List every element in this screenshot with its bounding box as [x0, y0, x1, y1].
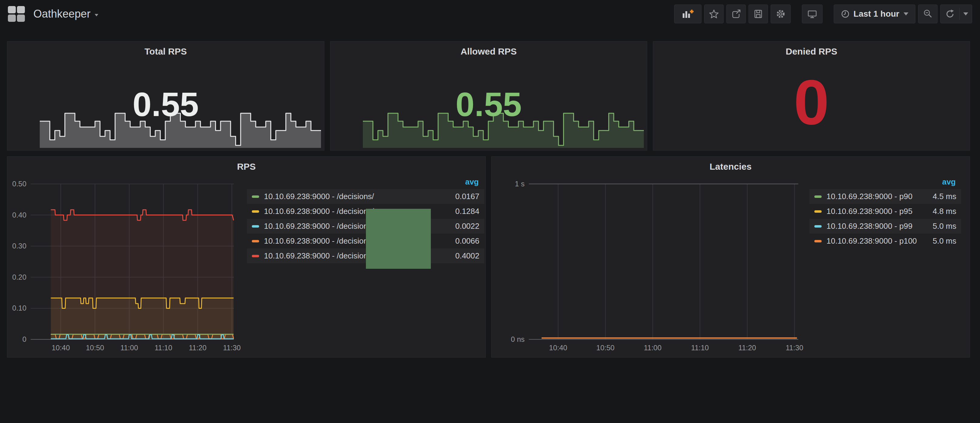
x-tick-label: 11:00: [111, 343, 148, 353]
y-tick-label: 1 s: [488, 179, 525, 189]
panel-latencies-graph: Latencies 10:4010:5011:0011:1011:2011:30…: [491, 156, 970, 358]
panel-title[interactable]: Denied RPS: [653, 46, 970, 57]
chevron-down-icon: [963, 13, 968, 16]
legend-row[interactable]: 10.10.69.238:9000 - p995.0 ms: [810, 219, 961, 234]
panel-title[interactable]: Latencies: [492, 162, 970, 172]
stat-value: 0.55: [331, 87, 647, 122]
clock-icon: [841, 10, 850, 19]
chevron-down-icon[interactable]: [95, 14, 98, 16]
x-tick-label: 10:40: [43, 343, 79, 353]
x-tick-label: 11:20: [729, 343, 765, 353]
zoom-out-icon: [923, 9, 933, 19]
x-tick-label: 11:30: [213, 343, 250, 353]
dashboard-title[interactable]: Oathkeeper: [33, 8, 91, 20]
legend-avg-value: 0.0022: [455, 222, 479, 231]
rps-legend: avg 10.10.69.238:9000 - /decisions/0.016…: [247, 177, 484, 263]
legend-avg-value: 0.1284: [455, 207, 479, 216]
series-color-swatch-icon[interactable]: [252, 225, 259, 228]
time-range-button[interactable]: Last 1 hour: [834, 5, 915, 23]
series-color-swatch-icon[interactable]: [815, 210, 822, 213]
panel-allowed-rps: Allowed RPS 0.55: [330, 41, 647, 151]
x-tick-label: 10:40: [540, 343, 576, 353]
stat-value: 0: [653, 71, 970, 134]
save-button[interactable]: [748, 5, 768, 23]
legend-series-name[interactable]: 10.10.69.238:9000 - p100: [826, 236, 927, 246]
share-button[interactable]: [726, 5, 746, 23]
legend-row[interactable]: 10.10.69.238:9000 - p904.5 ms: [810, 189, 961, 204]
x-tick-label: 11:00: [635, 343, 671, 353]
panel-title[interactable]: Allowed RPS: [331, 46, 647, 57]
x-tick-label: 11:10: [145, 343, 182, 353]
legend-avg-value: 0.0066: [455, 236, 479, 246]
latencies-legend: avg 10.10.69.238:9000 - p904.5 ms10.10.6…: [810, 177, 961, 249]
navbar-left: Oathkeeper: [8, 6, 98, 22]
navbar-right: Last 1 hour: [671, 5, 972, 23]
y-tick-label: 0.10: [0, 303, 26, 313]
series-color-swatch-icon[interactable]: [815, 225, 822, 228]
legend-rows: 10.10.69.238:9000 - /decisions/0.016710.…: [247, 189, 484, 263]
color-picker-overlay: [366, 209, 431, 269]
series-color-swatch-icon[interactable]: [815, 240, 822, 242]
refresh-icon-zone[interactable]: [940, 9, 959, 19]
add-panel-button[interactable]: [674, 5, 702, 23]
legend-row[interactable]: 10.10.69.238:9000 - /decisions/0.1284: [247, 204, 484, 219]
x-tick-label: 11:10: [682, 343, 718, 353]
refresh-interval-dropdown[interactable]: [960, 5, 972, 23]
legend-row[interactable]: 10.10.69.238:9000 - p954.8 ms: [810, 204, 961, 219]
legend-avg-value: 4.8 ms: [933, 207, 956, 216]
x-tick-label: 10:50: [77, 343, 113, 353]
series-color-swatch-icon[interactable]: [252, 195, 259, 198]
y-tick-label: 0.30: [0, 241, 26, 251]
series-color-swatch-icon[interactable]: [252, 210, 259, 213]
y-tick-label: 0.40: [0, 210, 26, 220]
y-tick-label: 0.20: [0, 272, 26, 282]
add-panel-icon: [681, 8, 694, 19]
legend-avg-header[interactable]: avg: [247, 177, 484, 189]
legend-avg-value: 0.4002: [455, 251, 479, 261]
time-range-label: Last 1 hour: [853, 9, 899, 19]
panel-denied-rps: Denied RPS 0: [653, 41, 970, 151]
legend-row[interactable]: 10.10.69.238:9000 - /decisions/0.4002: [247, 249, 484, 263]
y-tick-label: 0: [0, 334, 26, 344]
legend-row[interactable]: 10.10.69.238:9000 - /decisions/0.0022: [247, 219, 484, 234]
chevron-down-icon: [904, 13, 908, 16]
legend-row[interactable]: 10.10.69.238:9000 - p1005.0 ms: [810, 234, 961, 249]
legend-row[interactable]: 10.10.69.238:9000 - /decisions/0.0167: [247, 189, 484, 204]
save-icon: [753, 9, 764, 19]
legend-rows: 10.10.69.238:9000 - p904.5 ms10.10.69.23…: [810, 189, 961, 249]
tv-mode-button[interactable]: [802, 5, 822, 23]
series-color-swatch-icon[interactable]: [252, 255, 259, 257]
series-color-swatch-icon[interactable]: [815, 195, 822, 198]
dashboard-grid-icon[interactable]: [8, 6, 25, 22]
navbar: Oathkeeper: [0, 0, 980, 28]
refresh-button[interactable]: [940, 5, 972, 23]
x-tick-label: 10:50: [587, 343, 624, 353]
legend-avg-header[interactable]: avg: [810, 177, 961, 189]
series-color-swatch-icon[interactable]: [252, 240, 259, 242]
zoom-out-button[interactable]: [918, 5, 937, 23]
legend-series-name[interactable]: 10.10.69.238:9000 - p99: [826, 222, 927, 231]
star-icon: [709, 9, 719, 19]
legend-series-name[interactable]: 10.10.69.238:9000 - p95: [826, 207, 927, 216]
x-tick-label: 11:30: [776, 343, 813, 353]
panel-rps-graph: RPS 10:4010:5011:0011:1011:2011:3000.100…: [7, 156, 486, 358]
legend-series-name[interactable]: 10.10.69.238:9000 - /decisions/: [264, 192, 449, 201]
legend-row[interactable]: 10.10.69.238:9000 - /decisions/0.0066: [247, 234, 484, 249]
legend-avg-value: 5.0 ms: [933, 222, 956, 231]
y-tick-label: 0 ns: [488, 334, 525, 344]
share-icon: [731, 9, 741, 19]
star-button[interactable]: [704, 5, 724, 23]
x-tick-label: 11:20: [179, 343, 216, 353]
gear-icon: [775, 8, 786, 19]
stat-value: 0.55: [7, 87, 324, 122]
panel-title[interactable]: Total RPS: [7, 46, 324, 57]
y-tick-label: 0.50: [0, 179, 26, 189]
panel-title[interactable]: RPS: [7, 162, 485, 172]
settings-button[interactable]: [771, 5, 791, 23]
legend-series-name[interactable]: 10.10.69.238:9000 - p90: [826, 192, 927, 201]
refresh-icon: [945, 9, 955, 19]
legend-avg-value: 5.0 ms: [933, 236, 956, 246]
tv-mode-icon: [807, 9, 818, 19]
legend-avg-value: 4.5 ms: [933, 192, 956, 201]
legend-avg-value: 0.0167: [455, 192, 479, 201]
